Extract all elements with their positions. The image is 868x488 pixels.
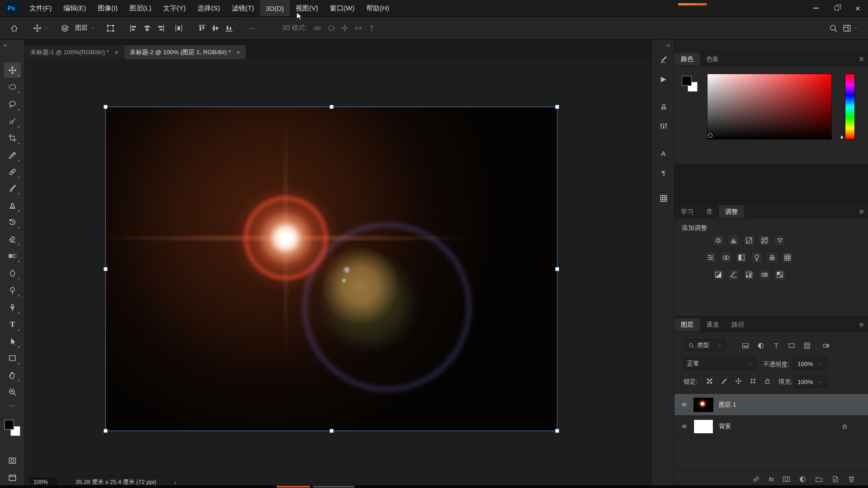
filter-adjustment-layers-button[interactable] bbox=[756, 341, 766, 350]
glyphs-panel-button[interactable] bbox=[656, 192, 670, 205]
link-layers-icon[interactable] bbox=[752, 475, 760, 483]
menu-window[interactable]: 窗口(W) bbox=[324, 0, 360, 16]
delete-layer-icon[interactable] bbox=[848, 475, 855, 483]
adj-exposure[interactable] bbox=[759, 235, 770, 246]
menu-layer[interactable]: 图层(L) bbox=[123, 0, 157, 16]
workspace-switcher-button[interactable] bbox=[840, 21, 854, 35]
transform-handle-middle-right[interactable] bbox=[555, 267, 559, 271]
foreground-color-swatch[interactable] bbox=[682, 76, 692, 86]
zoom-tool[interactable] bbox=[4, 384, 21, 399]
align-right-button[interactable] bbox=[154, 21, 167, 35]
menu-image[interactable]: 图像(I) bbox=[92, 0, 123, 16]
screen-mode-button[interactable] bbox=[4, 470, 21, 485]
adj-photo-filter[interactable] bbox=[751, 252, 763, 263]
adj-hue-saturation[interactable] bbox=[705, 252, 717, 263]
transform-handle-bottom-center[interactable] bbox=[330, 429, 334, 433]
home-button[interactable] bbox=[7, 21, 21, 35]
healing-brush-tool[interactable] bbox=[4, 164, 21, 179]
clone-source-panel-button[interactable] bbox=[656, 99, 670, 113]
menu-file[interactable]: 文件(F) bbox=[24, 0, 57, 16]
tab-layers[interactable]: 图层 bbox=[675, 318, 700, 331]
adj-vibrance[interactable] bbox=[774, 235, 786, 246]
hue-slider[interactable] bbox=[845, 74, 855, 140]
layer-thumbnail[interactable] bbox=[693, 398, 713, 412]
adj-invert[interactable] bbox=[712, 269, 724, 281]
align-middle-button[interactable] bbox=[208, 21, 222, 35]
gradient-tool[interactable] bbox=[4, 248, 21, 263]
history-brush-tool[interactable] bbox=[4, 214, 21, 230]
auto-select-toggle[interactable] bbox=[58, 21, 71, 35]
transform-handle-bottom-right[interactable] bbox=[555, 429, 559, 433]
rectangle-tool[interactable] bbox=[4, 350, 21, 366]
tab-close-icon[interactable]: × bbox=[236, 49, 241, 56]
layer-style-fx-icon[interactable]: fx bbox=[769, 476, 774, 483]
document-tab-active[interactable]: 未标题-2 @ 100% (图层 1, RGB/8#) * × bbox=[124, 45, 246, 59]
eyedropper-tool[interactable] bbox=[4, 147, 21, 163]
adj-posterize[interactable] bbox=[728, 269, 740, 281]
color-picker-ring[interactable] bbox=[708, 133, 712, 138]
paragraph-panel-button[interactable]: ¶ bbox=[656, 166, 670, 179]
adj-brightness-contrast[interactable] bbox=[712, 235, 724, 246]
align-top-button[interactable] bbox=[195, 21, 208, 35]
lock-all-button[interactable] bbox=[764, 378, 772, 385]
adj-black-white[interactable] bbox=[736, 252, 747, 263]
menu-3d[interactable]: 3D(D) bbox=[260, 0, 290, 16]
clone-stamp-tool[interactable] bbox=[4, 197, 21, 213]
menu-select[interactable]: 选择(S) bbox=[192, 0, 226, 16]
crop-tool[interactable] bbox=[4, 130, 21, 145]
tab-swatches[interactable]: 色板 bbox=[700, 52, 725, 66]
filter-smart-objects-button[interactable] bbox=[802, 341, 812, 350]
menu-help[interactable]: 帮助(H) bbox=[360, 0, 395, 16]
more-align-options-button[interactable]: ··· bbox=[245, 21, 259, 35]
tool-preset-chevron-icon[interactable] bbox=[44, 26, 48, 30]
character-panel-button[interactable]: A bbox=[656, 146, 670, 160]
tab-paths[interactable]: 路径 bbox=[725, 318, 750, 331]
layer-name[interactable]: 背景 bbox=[719, 422, 731, 431]
saturation-brightness-field[interactable] bbox=[707, 74, 832, 140]
new-layer-icon[interactable] bbox=[831, 475, 839, 483]
tab-learn[interactable]: 学习 bbox=[675, 205, 700, 218]
layer-filter-dropdown[interactable]: 类型 bbox=[685, 339, 725, 351]
filter-shape-layers-button[interactable] bbox=[787, 341, 797, 350]
photoshop-logo-icon[interactable]: Ps bbox=[5, 2, 17, 14]
blur-tool[interactable] bbox=[4, 265, 21, 281]
foreground-color-swatch[interactable] bbox=[4, 420, 14, 430]
transform-handle-top-center[interactable] bbox=[330, 105, 334, 109]
opacity-dropdown[interactable]: 100% bbox=[794, 358, 826, 370]
quick-mask-button[interactable] bbox=[4, 453, 21, 468]
panel-menu-icon[interactable]: ≡ bbox=[859, 208, 863, 216]
layer-name[interactable]: 图层 1 bbox=[719, 401, 736, 409]
adj-color-balance[interactable] bbox=[720, 252, 732, 263]
edit-toolbar-button[interactable]: ··· bbox=[4, 400, 21, 411]
lasso-tool[interactable] bbox=[4, 96, 21, 112]
lock-position-button[interactable] bbox=[735, 378, 743, 385]
adj-levels[interactable] bbox=[728, 235, 740, 246]
adj-selective-color[interactable] bbox=[774, 269, 786, 281]
transform-handle-bottom-left[interactable] bbox=[104, 429, 108, 433]
status-options-chevron-icon[interactable]: › bbox=[174, 479, 176, 486]
lock-artboard-button[interactable] bbox=[750, 378, 757, 385]
layer-row-background[interactable]: 背景 bbox=[675, 416, 868, 437]
actions-panel-button[interactable]: ▶ bbox=[656, 72, 670, 86]
tab-close-icon[interactable]: × bbox=[114, 49, 118, 56]
move-tool[interactable] bbox=[4, 62, 21, 78]
blend-mode-dropdown[interactable]: 正常 bbox=[684, 358, 756, 370]
hue-slider-arrow[interactable] bbox=[841, 136, 844, 139]
distribute-button[interactable] bbox=[172, 21, 185, 35]
restore-button[interactable] bbox=[826, 0, 847, 16]
layer-thumbnail[interactable] bbox=[693, 419, 713, 434]
layer-filter-toggle[interactable] bbox=[821, 341, 831, 350]
adj-color-lookup[interactable] bbox=[782, 252, 793, 263]
visibility-toggle[interactable] bbox=[675, 423, 693, 429]
layer-row-layer1[interactable]: 图层 1 bbox=[675, 394, 868, 416]
brush-tool[interactable] bbox=[4, 180, 21, 196]
show-transform-controls-toggle[interactable] bbox=[104, 21, 117, 35]
adj-gradient-map[interactable] bbox=[759, 269, 770, 281]
add-mask-icon[interactable] bbox=[783, 475, 790, 483]
canvas-pasteboard[interactable] bbox=[25, 59, 651, 476]
transform-handle-top-right[interactable] bbox=[555, 105, 559, 109]
type-tool[interactable]: T bbox=[4, 317, 21, 332]
dodge-tool[interactable] bbox=[4, 282, 21, 298]
hand-tool[interactable] bbox=[4, 367, 21, 383]
marquee-tool[interactable] bbox=[4, 79, 21, 94]
